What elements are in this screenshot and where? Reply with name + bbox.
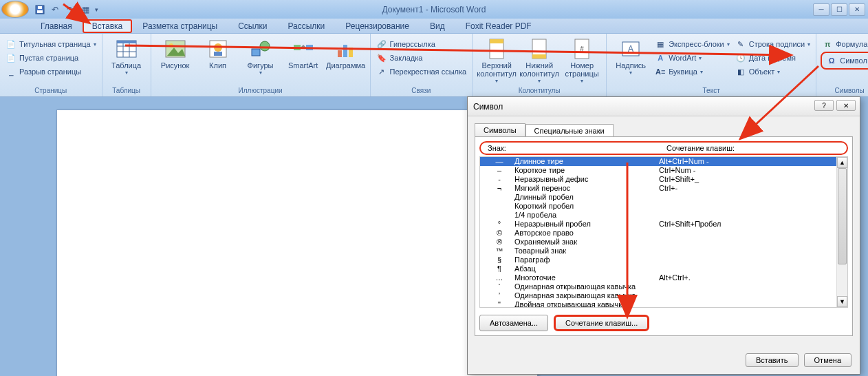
list-item[interactable]: …МноготочиеAlt+Ctrl+. <box>480 273 836 282</box>
list-item[interactable]: Длинный пробел <box>480 193 836 202</box>
symbol-dialog: Символ ? ✕ Символы Специальные знаки Зна… <box>467 96 860 375</box>
tab-layout[interactable]: Разметка страницы <box>132 19 228 33</box>
wordart-icon: A <box>655 52 666 63</box>
quick-access-toolbar: ↶ ↷ ▦ ▾ <box>34 4 100 15</box>
wordart-button[interactable]: AWordArt <box>653 52 731 64</box>
cancel-button[interactable]: Отмена <box>804 353 851 367</box>
list-item[interactable]: -Неразрывный дефисCtrl+Shift+_ <box>480 175 836 184</box>
datetime-button[interactable]: 🕓Дата и время <box>734 52 812 64</box>
qat-dropdown-icon[interactable]: ▾ <box>95 6 100 13</box>
hyperlink-button[interactable]: 🔗Гиперссылка <box>375 38 468 50</box>
row-shortcut: Alt+Ctrl+Num - <box>659 157 832 166</box>
group-headerfooter: Верхний колонтитул Нижний колонтитул #Но… <box>473 34 607 96</box>
close-button[interactable]: ✕ <box>849 3 865 16</box>
row-name: Охраняемый знак <box>514 238 659 247</box>
formula-button[interactable]: πФормула <box>821 38 868 50</box>
shapes-button[interactable]: Фигуры <box>241 35 281 76</box>
row-symbol: … <box>484 273 514 282</box>
list-item[interactable]: §Параграф <box>480 255 836 264</box>
clip-icon <box>207 38 229 60</box>
list-item[interactable]: ™Товарный знак <box>480 247 836 255</box>
footer-icon <box>528 38 550 60</box>
sigline-button[interactable]: ✎Строка подписи <box>734 38 812 50</box>
smartart-button[interactable]: SmartArt <box>283 35 323 70</box>
maximize-button[interactable]: ☐ <box>831 3 847 16</box>
minimize-button[interactable]: ─ <box>813 3 829 16</box>
dialog-tab-symbols[interactable]: Символы <box>475 123 525 136</box>
quickparts-button[interactable]: ▦Экспресс-блоки <box>653 38 731 50</box>
tab-references[interactable]: Ссылки <box>228 19 277 33</box>
dialog-help-button[interactable]: ? <box>814 100 834 111</box>
row-name: Мягкий перенос <box>514 184 659 193</box>
scroll-thumb[interactable] <box>838 168 847 264</box>
shortcut-button[interactable]: Сочетание клавиш... <box>554 315 649 331</box>
tab-view[interactable]: Вид <box>420 19 455 33</box>
symbol-icon: Ω <box>826 55 837 66</box>
save-icon[interactable] <box>34 4 45 15</box>
tab-mailings[interactable]: Рассылки <box>277 19 335 33</box>
formula-icon: π <box>822 39 833 50</box>
insert-button[interactable]: Вставить <box>746 353 799 367</box>
list-item[interactable]: ®Охраняемый знак <box>480 238 836 247</box>
qat-extra-icon[interactable]: ▦ <box>80 4 91 15</box>
list-item[interactable]: ‘Одинарная открывающая кавычка <box>480 282 836 291</box>
group-pages-label: Страницы <box>4 87 98 95</box>
dialog-tab-special[interactable]: Специальные знаки <box>525 124 614 137</box>
row-name: Одинарная закрывающая кавычка <box>514 291 659 300</box>
list-item[interactable]: 1/4 пробела <box>480 211 836 220</box>
list-item[interactable]: –Короткое тиреCtrl+Num - <box>480 166 836 175</box>
list-item[interactable]: ’Одинарная закрывающая кавычка <box>480 291 836 300</box>
scroll-up-button[interactable]: ▲ <box>837 157 847 168</box>
bookmark-label: Закладка <box>390 54 423 62</box>
tab-insert[interactable]: Вставка <box>83 19 133 33</box>
dialog-titlebar[interactable]: Символ ? ✕ <box>468 97 860 116</box>
dropcap-icon: A≡ <box>655 66 666 77</box>
pagenum-button[interactable]: #Номер страницы <box>562 35 602 84</box>
textbox-button[interactable]: AНадпись <box>611 35 651 76</box>
redo-icon[interactable]: ↷ <box>65 4 76 15</box>
list-item[interactable]: ¶Абзац <box>480 264 836 273</box>
list-item[interactable]: °Неразрывный пробелCtrl+Shift+Пробел <box>480 220 836 229</box>
list-item[interactable]: Короткий пробел <box>480 202 836 211</box>
blank-page-button[interactable]: 📄Пустая страница <box>4 52 98 64</box>
office-button[interactable] <box>1 1 29 18</box>
list-item[interactable]: ¬Мягкий переносCtrl+- <box>480 184 836 193</box>
page-break-button[interactable]: ⎯Разрыв страницы <box>4 65 98 78</box>
tab-home[interactable]: Главная <box>30 19 83 33</box>
symbol-button[interactable]: ΩСимвол <box>825 54 868 67</box>
row-shortcut <box>659 193 832 202</box>
object-button[interactable]: ◧Объект <box>734 65 812 78</box>
dialog-close-button[interactable]: ✕ <box>836 100 856 111</box>
tab-review[interactable]: Рецензирование <box>335 19 420 33</box>
shapes-icon <box>250 38 272 60</box>
table-button[interactable]: Таблица <box>107 35 147 76</box>
clip-label: Клип <box>209 61 226 70</box>
document-page[interactable] <box>56 109 538 376</box>
group-text-label: Текст <box>611 87 812 95</box>
undo-icon[interactable]: ↶ <box>50 4 61 15</box>
scroll-down-button[interactable]: ▼ <box>837 296 847 307</box>
list-scrollbar[interactable]: ▲ ▼ <box>836 157 847 307</box>
list-item[interactable]: "Двойная открывающая кавычка <box>480 300 836 308</box>
chart-icon <box>335 38 357 60</box>
row-name: Одинарная открывающая кавычка <box>514 282 659 291</box>
row-name: Длинный пробел <box>514 193 659 202</box>
list-item[interactable]: ©Авторское право <box>480 229 836 238</box>
picture-button[interactable]: Рисунок <box>155 35 195 70</box>
row-shortcut <box>659 211 832 220</box>
title-page-button[interactable]: 📄Титульная страница <box>4 38 98 50</box>
bookmark-button[interactable]: 🔖Закладка <box>375 52 468 64</box>
header-button[interactable]: Верхний колонтитул <box>477 35 517 84</box>
special-chars-list[interactable]: —Длинное тиреAlt+Ctrl+Num -–Короткое тир… <box>479 156 848 308</box>
list-item[interactable]: —Длинное тиреAlt+Ctrl+Num - <box>480 157 836 166</box>
footer-button[interactable]: Нижний колонтитул <box>519 35 559 84</box>
sigline-label: Строка подписи <box>749 40 805 48</box>
tab-foxit[interactable]: Foxit Reader PDF <box>455 19 542 33</box>
svg-rect-24 <box>490 39 503 43</box>
clip-button[interactable]: Клип <box>198 35 238 70</box>
row-name: Длинное тире <box>514 157 659 166</box>
chart-button[interactable]: Диаграмма <box>326 35 366 70</box>
crossref-button[interactable]: ↗Перекрестная ссылка <box>375 65 468 78</box>
autocorrect-button[interactable]: Автозамена... <box>479 315 548 331</box>
dropcap-button[interactable]: A≡Буквица <box>653 65 731 78</box>
